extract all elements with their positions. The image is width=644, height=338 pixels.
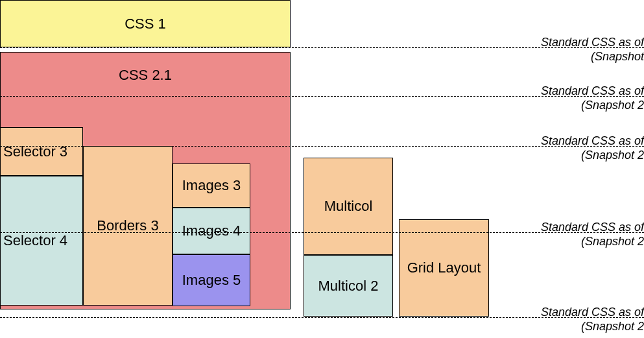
snapshot-annot-2-line1: Standard CSS as of [541, 84, 644, 99]
snapshot-annot-4-line1: Standard CSS as of [541, 221, 644, 235]
box-selector4-label: Selector 4 [3, 232, 67, 249]
box-selector4: Selector 4 [0, 176, 83, 306]
box-multicol: Multicol [304, 158, 393, 255]
snapshot-annot-4-line2: (Snapshot 2 [541, 235, 644, 249]
box-grid-label: Grid Layout [407, 260, 481, 276]
snapshot-annot-3: Standard CSS as of (Snapshot 2 [541, 134, 644, 162]
snapshot-annot-3-line1: Standard CSS as of [541, 134, 644, 149]
box-borders3: Borders 3 [83, 146, 173, 306]
snapshot-annot-4: Standard CSS as of (Snapshot 2 [541, 221, 644, 248]
snapshot-annot-1-line1: Standard CSS as of [541, 36, 644, 50]
snapshot-annot-5-line2: (Snapshot 2 [541, 320, 644, 334]
box-css1: CSS 1 [0, 0, 291, 47]
box-images3: Images 3 [173, 163, 250, 208]
box-css1-label: CSS 1 [125, 16, 166, 32]
box-grid: Grid Layout [399, 219, 489, 317]
box-multicol2: Multicol 2 [304, 255, 393, 317]
box-images4: Images 4 [173, 208, 250, 254]
box-multicol2-label: Multicol 2 [318, 278, 379, 295]
box-images4-label: Images 4 [182, 223, 241, 239]
snapshot-annot-2-line2: (Snapshot 2 [541, 99, 644, 113]
snapshot-annot-3-line2: (Snapshot 2 [541, 149, 644, 163]
box-images5-label: Images 5 [182, 272, 241, 289]
snapshot-annot-5-line1: Standard CSS as of [541, 306, 644, 320]
snapshot-annot-5: Standard CSS as of (Snapshot 2 [541, 306, 644, 333]
box-multicol-label: Multicol [324, 198, 373, 215]
box-images5: Images 5 [173, 254, 250, 306]
box-images3-label: Images 3 [182, 177, 241, 194]
snapshot-annot-1-line2: (Snapshot [541, 50, 644, 64]
box-css21-label: CSS 2.1 [119, 67, 172, 84]
snapshot-annot-2: Standard CSS as of (Snapshot 2 [541, 84, 644, 112]
snapshot-annot-1: Standard CSS as of (Snapshot [541, 36, 644, 64]
box-selector3: Selector 3 [0, 127, 83, 176]
